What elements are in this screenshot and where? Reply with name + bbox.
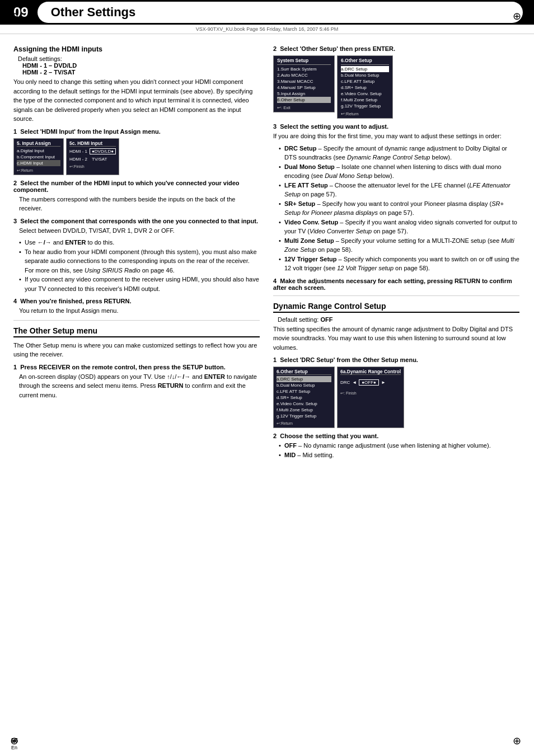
drc-menu-item: g.12V Trigger Setup	[277, 413, 331, 419]
drc-panel-right: 6a.Dynamic Range Control DRC ◄ ●OFF● ► ↩…	[337, 367, 404, 428]
right-step3-intro: If you are doing this for the first time…	[273, 132, 519, 141]
drc-heading: Dynamic Range Control Setup	[273, 302, 519, 313]
chapter-header: 09 Other Settings	[0, 0, 534, 25]
drc-menu-item: e.Video Conv. Setup	[277, 401, 331, 407]
settings-bullet-drc: DRC Setup – Specify the amount of dynami…	[279, 144, 519, 162]
corner-mark-tl: ⊕	[10, 10, 21, 21]
other-setup-step1: 1 Press RECEIVER on the remote control, …	[13, 364, 260, 370]
drc-screen: 6.Other Setup a.DRC Setup b.Dual Mono Se…	[273, 367, 519, 428]
drc-step2: 2 Choose the setting that you want.	[273, 433, 519, 439]
drc-menu-item: f.Multi Zone Setup	[277, 407, 331, 413]
hdmi-bullet-2: To hear audio from your HDMI component (…	[19, 247, 260, 275]
other-setup-step1-body: An on-screen display (OSD) appears on yo…	[13, 372, 260, 400]
hdmi-menu-item: a.Digital Input	[17, 148, 60, 154]
menu-item-selected: 6.Other Setup	[277, 97, 331, 103]
settings-bullet-multi: Multi Zone Setup – Specify your volume s…	[279, 236, 519, 255]
other-setup-panel: 6.Other Setup a.DRC Setup b.Dual Mono Se…	[337, 55, 393, 119]
other-menu-item: d.SR+ Setup	[341, 84, 389, 91]
settings-bullet-lfe: LFE ATT Setup – Choose the attenuator le…	[279, 181, 519, 199]
hdmi-panel-right: 5c. HDMI Input HDMI - 1 ●DVD/LD● HDMI - …	[66, 138, 119, 175]
hdmi-step2-body: The numbers correspond with the numbers …	[13, 195, 260, 213]
settings-bullet-dual: Dual Mono Setup – Isolate one channel wh…	[279, 162, 519, 181]
hdmi-row2: HDMI - 2 TV/SAT	[69, 156, 116, 162]
hdmi-body1: You only need to change this setting whe…	[13, 77, 260, 124]
right-step2: 2 Select 'Other Setup' then press ENTER.	[273, 45, 519, 52]
other-menu-item: e.Video Conv. Setup	[341, 91, 389, 97]
drc-step1: 1 Select 'DRC Setup' from the Other Setu…	[273, 356, 519, 363]
hdmi-bullets: Use ←/→ and ENTER to do this. To hear au…	[13, 238, 260, 293]
hdmi-menu-item: b.Component Input	[17, 154, 60, 160]
drc-menu-selected: a.DRC Setup	[277, 376, 331, 382]
hdmi-step1: 1 Select 'HDMI Input' from the Input Ass…	[13, 128, 260, 135]
menu-item: 3.Manual MCACC	[277, 78, 331, 84]
menu-item: 5.Input Assign	[277, 91, 331, 97]
hdmi-step4: 4 When you're finished, press RETURN.	[13, 298, 260, 304]
other-setup-screen: System Setup 1.Surr Back System 2.Auto M…	[273, 55, 519, 119]
drc-panel-left: 6.Other Setup a.DRC Setup b.Dual Mono Se…	[273, 367, 335, 428]
chapter-title: Other Settings	[51, 5, 136, 20]
menu-item: 4.Manual SP Setup	[277, 84, 331, 91]
drc-menu-item: b.Dual Mono Setup	[277, 382, 331, 388]
settings-bullets: DRC Setup – Specify the amount of dynami…	[273, 144, 519, 273]
other-setup-body1: The Other Setup menu is where you can ma…	[13, 341, 260, 359]
hdmi1-label: HDMI - 1 – DVD/LD	[18, 62, 77, 69]
drc-menu-item: c.LFE ATT Setup	[277, 388, 331, 395]
left-column: Assigning the HDMI inputs Default settin…	[13, 40, 260, 462]
section-divider	[13, 320, 260, 321]
menu-item: 2.Auto MCACC	[277, 72, 331, 78]
drc-control: DRC ◄ ●OFF● ►	[340, 379, 401, 386]
settings-bullet-sr: SR+ Setup – Specify how you want to cont…	[279, 199, 519, 218]
hdmi-panel-left: 5. Input Assign a.Digital Input b.Compon…	[13, 138, 64, 175]
hdmi-bullet-1: Use ←/→ and ENTER to do this.	[19, 238, 260, 247]
hdmi-step3-body: Select between DVD/LD, TV/SAT, DVR 1, DV…	[13, 226, 260, 236]
hdmi-row1: HDMI - 1 ●DVD/LD●	[69, 148, 116, 155]
right-step3: 3 Select the setting you want to adjust.	[273, 123, 519, 130]
hdmi-step4-body: You return to the Input Assign menu.	[13, 306, 260, 316]
hdmi-step3: 3 Select the component that corresponds …	[13, 218, 260, 224]
other-setup-section: The Other Setup menu The Other Setup men…	[13, 326, 260, 400]
right-step4: 4 Make the adjustments necessary for eac…	[273, 278, 519, 291]
drc-body1: This setting specifies the amount of dyn…	[273, 325, 519, 353]
hdmi-step2: 2 Select the number of the HDMI input to…	[13, 180, 260, 193]
other-setup-heading: The Other Setup menu	[13, 326, 260, 337]
drc-bullet-mid: MID – Mid setting.	[279, 450, 519, 460]
chapter-title-box: Other Settings	[38, 2, 523, 23]
drc-section: Dynamic Range Control Setup Default sett…	[273, 302, 519, 460]
hdmi-menu-item-selected: c.HDMI Input	[17, 160, 60, 166]
other-menu-item: c.LFE ATT Setup	[341, 78, 389, 84]
other-menu-item: g.12V Trigger Setup	[341, 103, 389, 109]
hdmi-heading: Assigning the HDMI inputs	[13, 45, 260, 53]
hdmi-bullet-3: If you connect any video component to th…	[19, 275, 260, 293]
settings-bullet-12v: 12V Trigger Setup – Specify which compon…	[279, 255, 519, 273]
drc-menu-item: d.SR+ Setup	[277, 395, 331, 401]
page-footer: 56 En	[11, 737, 18, 750]
right-column: 2 Select 'Other Setup' then press ENTER.…	[273, 40, 519, 462]
hdmi-section: Assigning the HDMI inputs Default settin…	[13, 45, 260, 316]
hdmi2-label: HDMI - 2 – TV/SAT	[18, 69, 76, 76]
system-setup-panel: System Setup 1.Surr Back System 2.Auto M…	[273, 55, 335, 112]
drc-bullets: OFF – No dynamic range adjustment (use w…	[273, 441, 519, 459]
corner-mark-br: ⊕	[513, 735, 524, 746]
drc-bullet-off: OFF – No dynamic range adjustment (use w…	[279, 441, 519, 450]
drc-section-divider	[273, 295, 519, 296]
hdmi-default-label: Default settings: HDMI - 1 – DVD/LD HDMI…	[13, 55, 260, 76]
other-menu-item: f.Multi Zone Setup	[341, 97, 389, 103]
page-meta: VSX-90TXV_KU.book Page 56 Friday, March …	[0, 25, 534, 34]
menu-item: 1.Surr Back System	[277, 66, 331, 72]
other-menu-item-selected: a.DRC Setup	[341, 66, 389, 72]
settings-bullet-video: Video Conv. Setup – Specify if you want …	[279, 218, 519, 236]
drc-default: Default setting: OFF	[273, 316, 519, 323]
corner-mark-tr: ⊕	[513, 10, 524, 21]
hdmi-screen: 5. Input Assign a.Digital Input b.Compon…	[13, 138, 260, 175]
other-menu-item: b.Dual Mono Setup	[341, 72, 389, 78]
